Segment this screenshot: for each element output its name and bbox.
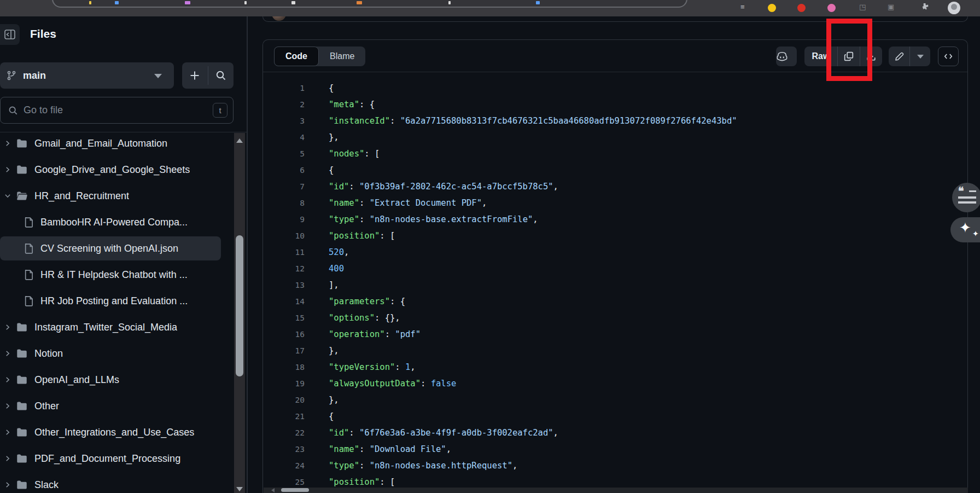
tree-folder-notion[interactable]: Notion — [0, 341, 221, 366]
line-number[interactable]: 13 — [263, 277, 305, 293]
line-number[interactable]: 2 — [263, 96, 305, 113]
code-text: "meta": { — [329, 96, 375, 113]
chevron-right-icon[interactable] — [4, 166, 12, 173]
chevron-right-icon[interactable] — [4, 429, 12, 436]
scroll-up-arrow-icon[interactable] — [236, 138, 243, 143]
search-tree-button[interactable] — [208, 62, 234, 89]
line-number[interactable]: 11 — [263, 244, 305, 260]
code-text: }, — [329, 392, 339, 408]
code-text: { — [329, 80, 334, 96]
extension-icon[interactable]: ▣ — [888, 3, 894, 11]
line-number[interactable]: 19 — [263, 375, 305, 392]
line-number[interactable]: 6 — [263, 162, 305, 178]
line-number[interactable]: 3 — [263, 113, 305, 129]
search-icon — [8, 106, 18, 115]
tree-folder-openai-and-llms[interactable]: OpenAI_and_LLMs — [0, 368, 221, 392]
tree-folder-google-drive-and-google-sheets[interactable]: Google_Drive_and_Google_Sheets — [0, 158, 221, 182]
code-line: 7"id": "0f3b39af-2802-462c-ac54-a7bccf5b… — [263, 178, 967, 195]
file-icon — [24, 270, 33, 280]
extension-icon[interactable] — [768, 4, 776, 12]
tree-folder-slack[interactable]: Slack — [0, 473, 221, 493]
line-number[interactable]: 16 — [263, 326, 305, 343]
extension-icon[interactable]: ◳ — [859, 3, 866, 11]
collapse-sidebar-button[interactable] — [0, 24, 20, 45]
folder-icon — [16, 454, 27, 463]
chevron-right-icon[interactable] — [4, 324, 12, 330]
line-number[interactable]: 4 — [263, 129, 305, 146]
line-number[interactable]: 7 — [263, 178, 305, 195]
browser-address-bar[interactable] — [52, 0, 687, 8]
branch-name: main — [23, 70, 46, 82]
extension-icon[interactable] — [797, 4, 806, 12]
line-number[interactable]: 22 — [263, 425, 305, 441]
line-number[interactable]: 23 — [263, 441, 305, 457]
edit-options-dropdown[interactable] — [910, 47, 930, 66]
tree-folder-hr-and-recruitment[interactable]: HR_and_Recruitment — [0, 184, 221, 208]
summarize-extension-button[interactable]: ❝ — [952, 183, 980, 212]
horizontal-scrollbar-thumb[interactable] — [281, 488, 309, 492]
folder-icon — [16, 401, 27, 411]
tree-folder-pdf-and-document-processing[interactable]: PDF_and_Document_Processing — [0, 446, 221, 471]
line-number[interactable]: 24 — [263, 457, 305, 474]
line-number[interactable]: 14 — [263, 293, 305, 310]
line-number[interactable]: 21 — [263, 408, 305, 425]
chevron-right-icon[interactable] — [4, 482, 12, 488]
code-text: { — [329, 408, 334, 425]
chevron-right-icon[interactable] — [4, 140, 12, 147]
tree-folder-other[interactable]: Other — [0, 394, 221, 418]
tree-folder-instagram-twitter-social-media[interactable]: Instagram_Twitter_Social_Media — [0, 315, 221, 339]
tree-file-hr-job-posting-and-evaluation[interactable]: HR Job Posting and Evaluation ... — [0, 289, 221, 313]
annotation-red-box — [826, 19, 872, 81]
chevron-down-icon[interactable] — [4, 193, 12, 199]
line-number[interactable]: 17 — [263, 343, 305, 359]
code-line: 23"name": "Download File", — [263, 441, 967, 457]
line-number[interactable]: 18 — [263, 359, 305, 375]
tree-item-label: HR & IT Helpdesk Chatbot with ... — [40, 269, 188, 281]
code-horizontal-scrollbar[interactable] — [264, 488, 968, 493]
code-line: 2"meta": { — [263, 96, 967, 113]
tree-folder-other-integrations-and-use-cases[interactable]: Other_Integrations_and_Use_Cases — [0, 420, 221, 444]
scroll-down-arrow-icon[interactable] — [236, 487, 243, 491]
line-number[interactable]: 8 — [263, 195, 305, 211]
tree-file-hr-it-helpdesk-chatbot-with[interactable]: HR & IT Helpdesk Chatbot with ... — [0, 263, 221, 287]
chevron-right-icon[interactable] — [4, 376, 12, 383]
tree-item-label: Instagram_Twitter_Social_Media — [34, 322, 177, 333]
tree-folder-gmail-and-email-automation[interactable]: Gmail_and_Email_Automation — [0, 131, 221, 155]
sidebar-resize-divider[interactable] — [247, 16, 248, 493]
code-text: "options": {}, — [329, 310, 400, 326]
go-to-file-input[interactable] — [24, 105, 188, 116]
browser-menu-icon[interactable]: ≡ — [740, 3, 745, 11]
go-to-file-search[interactable]: t — [0, 97, 234, 124]
chevron-right-icon[interactable] — [4, 455, 12, 462]
sidebar-scrollbar-thumb[interactable] — [236, 235, 243, 376]
code-line: 3"instanceId": "6a2a7715680b8313f7cb4676… — [263, 113, 967, 129]
chevron-right-icon[interactable] — [4, 403, 12, 409]
code-line: 24"type": "n8n-nodes-base.httpRequest", — [263, 457, 967, 474]
tab-blame[interactable]: Blame — [319, 47, 365, 66]
tree-file-bamboohr-ai-powered-compa[interactable]: BambooHR AI-Powered Compa... — [0, 210, 221, 234]
extensions-puzzle-icon[interactable] — [921, 3, 930, 11]
line-number[interactable]: 5 — [263, 146, 305, 162]
add-file-button[interactable] — [182, 62, 208, 89]
branch-selector[interactable]: main — [0, 62, 174, 89]
line-number[interactable]: 15 — [263, 310, 305, 326]
chevron-down-icon — [917, 55, 924, 59]
chevron-right-icon[interactable] — [4, 350, 12, 357]
edit-file-button[interactable] — [889, 47, 909, 66]
line-number[interactable]: 20 — [263, 392, 305, 408]
sidebar-scrollbar[interactable] — [234, 133, 245, 493]
symbols-pane-button[interactable] — [938, 47, 959, 66]
ai-assistant-button[interactable]: ✦✦ — [950, 217, 980, 242]
tab-code[interactable]: Code — [274, 47, 319, 66]
browser-profile-avatar[interactable] — [948, 2, 960, 14]
tree-file-cv-screening-with-openai-json[interactable]: CV Screening with OpenAI.json — [0, 236, 221, 260]
code-line: 22"id": "6f76e3a6-a3be-4f9f-a0db-3f002ea… — [263, 425, 967, 441]
line-number[interactable]: 10 — [263, 228, 305, 244]
scroll-left-arrow-icon[interactable] — [271, 488, 275, 492]
line-number[interactable]: 9 — [263, 211, 305, 228]
copilot-button[interactable] — [776, 47, 797, 66]
extension-icon[interactable] — [827, 4, 836, 12]
line-number[interactable]: 12 — [263, 260, 305, 277]
line-number[interactable]: 1 — [263, 80, 305, 96]
tree-item-label: Gmail_and_Email_Automation — [34, 138, 167, 149]
